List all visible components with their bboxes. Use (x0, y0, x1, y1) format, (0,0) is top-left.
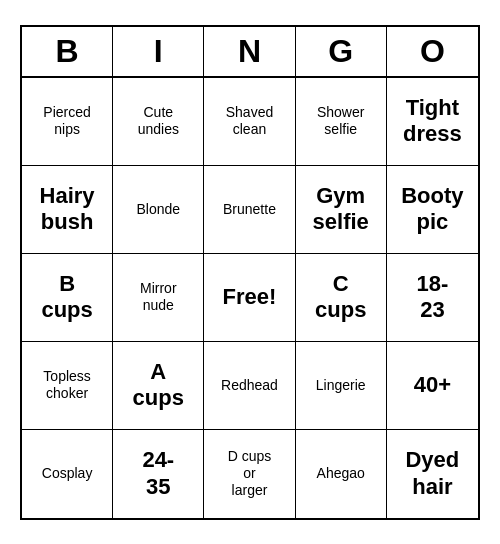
bingo-cell: Dyedhair (387, 430, 478, 518)
bingo-cell: Cosplay (22, 430, 113, 518)
bingo-cell: Showerselfie (296, 78, 387, 166)
bingo-cell: Acups (113, 342, 204, 430)
header-letter: O (387, 27, 478, 76)
bingo-cell: Tightdress (387, 78, 478, 166)
header-letter: N (204, 27, 295, 76)
bingo-cell: Mirrornude (113, 254, 204, 342)
bingo-cell: Blonde (113, 166, 204, 254)
bingo-card: BINGO PiercednipsCuteundiesShavedcleanSh… (20, 25, 480, 520)
bingo-cell: Toplesschoker (22, 342, 113, 430)
bingo-cell: Free! (204, 254, 295, 342)
header-letter: B (22, 27, 113, 76)
bingo-cell: Bootypic (387, 166, 478, 254)
bingo-cell: Ccups (296, 254, 387, 342)
bingo-cell: Ahegao (296, 430, 387, 518)
bingo-cell: D cupsorlarger (204, 430, 295, 518)
bingo-header: BINGO (22, 27, 478, 78)
bingo-cell: Hairybush (22, 166, 113, 254)
header-letter: I (113, 27, 204, 76)
bingo-cell: 40+ (387, 342, 478, 430)
bingo-cell: Bcups (22, 254, 113, 342)
bingo-grid: PiercednipsCuteundiesShavedcleanShowerse… (22, 78, 478, 518)
bingo-cell: Gymselfie (296, 166, 387, 254)
bingo-cell: 24-35 (113, 430, 204, 518)
bingo-cell: Redhead (204, 342, 295, 430)
bingo-cell: Piercednips (22, 78, 113, 166)
bingo-cell: Brunette (204, 166, 295, 254)
bingo-cell: Shavedclean (204, 78, 295, 166)
bingo-cell: Lingerie (296, 342, 387, 430)
bingo-cell: Cuteundies (113, 78, 204, 166)
bingo-cell: 18-23 (387, 254, 478, 342)
header-letter: G (296, 27, 387, 76)
